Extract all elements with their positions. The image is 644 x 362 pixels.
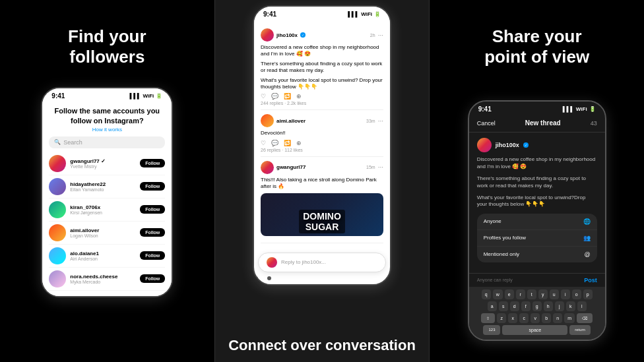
follow-button[interactable]: Follow [140, 251, 165, 260]
key-r[interactable]: r [516, 289, 525, 299]
key-v[interactable]: v [531, 313, 540, 323]
key-space[interactable]: space [502, 325, 567, 335]
key-i[interactable]: i [561, 289, 570, 299]
panel-connect: 9:41 ▌▌▌ WiFi 🔋 jiho100x ✓ [214, 0, 430, 362]
phone-right: 9:41 ▌▌▌ WiFi 🔋 Cancel New thread 43 jih… [468, 100, 606, 340]
audience-following[interactable]: Profiles you follow 👥 [477, 230, 597, 247]
audience-anyone[interactable]: Anyone 🌐 [477, 214, 597, 230]
avatar [49, 247, 66, 264]
status-bar-center: 9:41 ▌▌▌ WiFi 🔋 [254, 7, 390, 19]
phone-center: 9:41 ▌▌▌ WiFi 🔋 jiho100x ✓ [253, 5, 391, 286]
key-p[interactable]: p [583, 289, 593, 299]
post-time: 2h [370, 33, 375, 38]
keyboard-row-3: ⇧ z x c v b n m ⌫ [470, 313, 604, 323]
new-thread-label: New thread [525, 119, 561, 127]
phone-left: 9:41 ▌▌▌ WiFi 🔋 Follow the same accounts… [41, 87, 173, 297]
keyboard-row-4: 123 space return [470, 325, 604, 335]
key-q[interactable]: q [482, 289, 491, 299]
follow-button[interactable]: Follow [140, 159, 165, 167]
char-count: 43 [591, 120, 597, 127]
heart-icon[interactable]: ♡ [261, 93, 266, 100]
post-time: 33m [366, 119, 375, 123]
audience-label-following: Profiles you follow [484, 235, 526, 241]
thread-user: aimi.allover [261, 114, 306, 127]
key-return[interactable]: return [569, 325, 591, 335]
repost-icon[interactable]: 🔁 [284, 140, 291, 146]
avatar [49, 224, 66, 241]
audience-mentioned[interactable]: Mentioned only @ [477, 247, 597, 262]
verified-icon: ✓ [300, 32, 306, 38]
key-k[interactable]: k [566, 301, 575, 311]
key-w[interactable]: w [493, 289, 503, 299]
follow-user-info: kiran_0706x Kirsi Jørgensen [70, 204, 136, 215]
status-bar-left: 9:41 ▌▌▌ WiFi 🔋 [42, 88, 172, 101]
keyboard-row-2: a s d f g h j k l [470, 301, 604, 311]
key-g[interactable]: g [532, 301, 542, 311]
center-panel-title: Connect over conversation [215, 329, 429, 362]
reply-input[interactable]: Reply to jiho100x... [258, 253, 386, 272]
key-u[interactable]: u [550, 289, 559, 299]
key-numbers[interactable]: 123 [483, 325, 500, 335]
key-a[interactable]: a [488, 301, 497, 311]
post-content: This!!! Also taking a nice stroll along … [261, 177, 383, 191]
follow-item: alo.daiane1 Airi Anderson Follow [49, 245, 165, 268]
search-icon: 🔍 [54, 139, 61, 145]
heart-icon[interactable]: ♡ [261, 140, 266, 146]
key-e[interactable]: e [505, 289, 514, 299]
share-icon[interactable]: ⊕ [296, 140, 302, 146]
new-thread-post-text2: There's something about finding a cozy s… [477, 175, 597, 189]
key-t[interactable]: t [527, 289, 536, 299]
post-stats: 26 replies · 112 likes [261, 148, 383, 152]
key-shift[interactable]: ⇧ [481, 313, 495, 323]
key-c[interactable]: c [519, 313, 529, 323]
status-icons-left: ▌▌▌ WiFi 🔋 [130, 93, 163, 99]
panel-find-followers: Find your followers 9:41 ▌▌▌ WiFi 🔋 Foll… [0, 0, 214, 362]
more-icon[interactable]: ··· [378, 117, 383, 125]
post-avatar [261, 161, 274, 174]
key-o[interactable]: o [572, 289, 581, 299]
key-s[interactable]: s [499, 301, 508, 311]
new-thread-content: jiho100x ✓ Discovered a new coffee shop … [469, 133, 605, 272]
avatar [49, 270, 66, 287]
more-icon[interactable]: ··· [378, 164, 383, 171]
follow-button[interactable]: Follow [140, 205, 165, 214]
new-thread-post-text: Discovered a new coffee shop in my neigh… [477, 156, 597, 170]
comment-icon[interactable]: 💬 [271, 93, 278, 100]
thread-post-header: jiho100x ✓ 2h ··· [261, 28, 383, 42]
key-m[interactable]: m [564, 313, 575, 323]
how-it-works-link[interactable]: How it works [49, 127, 165, 133]
more-icon[interactable]: ··· [378, 32, 383, 39]
key-l[interactable]: l [577, 301, 587, 311]
cancel-button[interactable]: Cancel [477, 120, 496, 127]
key-b[interactable]: b [542, 313, 551, 323]
key-y[interactable]: y [538, 289, 548, 299]
audience-label-anyone: Anyone [484, 218, 501, 224]
follow-user-info: hidayathere22 Eitan Yamamoto [70, 181, 136, 192]
repost-icon[interactable]: 🔁 [284, 93, 291, 100]
key-z[interactable]: z [497, 313, 506, 323]
follow-button[interactable]: Follow [140, 228, 165, 237]
thread-post-header: aimi.allover 33m ··· [261, 114, 383, 127]
search-bar[interactable]: 🔍 Search [49, 136, 165, 148]
follow-button[interactable]: Follow [140, 274, 165, 283]
key-j[interactable]: j [555, 301, 564, 311]
left-panel-title: Find your followers [55, 26, 159, 67]
comment-icon[interactable]: 💬 [271, 140, 278, 146]
follow-user-info: aimi.allover Logan Wilson [70, 227, 136, 238]
key-h[interactable]: h [544, 301, 553, 311]
thread-post-3: gwangurl77 15m ··· This!!! Also taking a… [261, 157, 383, 243]
post-username: jiho100x [276, 32, 298, 38]
share-icon[interactable]: ⊕ [296, 93, 302, 100]
key-x[interactable]: x [508, 313, 517, 323]
key-delete[interactable]: ⌫ [577, 313, 593, 323]
follow-user-info: nora.needs.cheese Myka Mercado [70, 274, 136, 284]
follow-item: hidayathere22 Eitan Yamamoto Follow [49, 175, 165, 198]
key-n[interactable]: n [553, 313, 562, 323]
key-f[interactable]: f [521, 301, 531, 311]
follow-button[interactable]: Follow [140, 182, 165, 191]
post-username: aimi.allover [276, 118, 306, 124]
post-button[interactable]: Post [584, 277, 597, 284]
key-d[interactable]: d [510, 301, 519, 311]
thread-post-1: jiho100x ✓ 2h ··· Discovered a new coffe… [261, 24, 383, 110]
post-image: DOMINOSUGAR [261, 193, 383, 236]
